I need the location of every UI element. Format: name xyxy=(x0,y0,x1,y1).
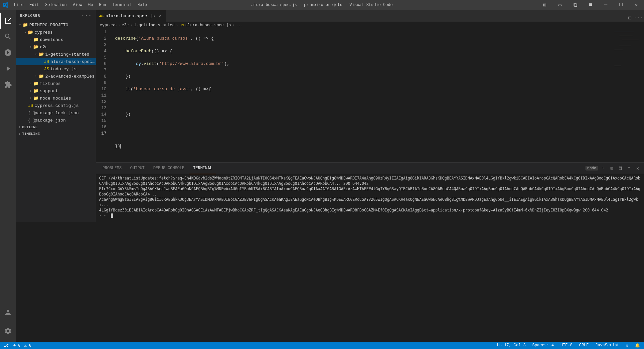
maximize-button[interactable]: □ xyxy=(613,0,629,10)
statusbar-errors[interactable]: ⊗ 0 ⚠ 0 xyxy=(12,343,33,348)
json-icon: { } xyxy=(28,118,33,123)
activity-extensions[interactable] xyxy=(0,77,16,93)
activity-search[interactable] xyxy=(0,29,16,45)
more-button[interactable]: ≡ xyxy=(583,0,598,10)
tree-todo-cy[interactable]: JS todo.cy.js xyxy=(16,65,96,73)
tree-cypress-config[interactable]: JS cypress.config.js xyxy=(16,102,96,109)
ln-16: 16 xyxy=(96,124,109,130)
minimize-button[interactable]: ─ xyxy=(598,0,613,10)
timeline-header[interactable]: › TIMELINE xyxy=(16,131,96,137)
breadcrumb-js-icon: JS xyxy=(180,23,184,27)
split-terminal-button[interactable]: ⊟ xyxy=(608,165,615,172)
panel: PROBLEMS OUTPUT DEBUG CONSOLE TERMINAL n… xyxy=(96,162,644,222)
tree-alura-busca-spec[interactable]: JS alura-busca-spec.js xyxy=(16,58,96,65)
activity-source-control[interactable] xyxy=(0,45,16,61)
statusbar-notifications[interactable]: 🔔 xyxy=(634,343,641,348)
chevron-support: › xyxy=(28,89,33,93)
breadcrumb-getting-started[interactable]: 1-getting-started xyxy=(134,23,174,28)
split-editor-button[interactable]: ⊞ xyxy=(626,14,633,22)
tree-root[interactable]: ▾ 📁 PRIMERO-PROJETO xyxy=(16,21,96,29)
outline-header[interactable]: › OUTLINE xyxy=(16,124,96,131)
timeline-label: TIMELINE xyxy=(22,132,40,136)
code-editor[interactable]: describe('Alura busca cursos', () => { b… xyxy=(112,29,613,162)
tree-e2e[interactable]: ▾ 📂 e2e xyxy=(16,43,96,51)
tree-fixtures[interactable]: › 📁 fixtures xyxy=(16,80,96,87)
add-terminal-button[interactable]: + xyxy=(599,165,607,172)
menu-selection[interactable]: Selection xyxy=(43,2,70,8)
editor-area: JS alura-busca-spec.js ✕ ⊞ ··· cypress ›… xyxy=(96,10,644,162)
menu-edit[interactable]: Edit xyxy=(27,2,42,8)
panel-tab-terminal[interactable]: TERMINAL xyxy=(189,163,216,174)
js-file-todo-icon: JS xyxy=(44,67,49,72)
statusbar-sync[interactable]: ⇅ xyxy=(625,343,630,348)
chevron-outline: › xyxy=(19,125,21,129)
statusbar-encoding[interactable]: UTF-8 xyxy=(559,343,574,348)
layout-button[interactable]: ⊞ xyxy=(537,0,552,10)
tree-downloads[interactable]: › 📁 downloads xyxy=(16,36,96,43)
code-container: 1 2 3 4 5 6 7 8 9 10 11 12 13 14 15 16 1 xyxy=(96,29,644,162)
panel-tab-debug-console[interactable]: DEBUG CONSOLE xyxy=(149,163,189,174)
panel-tab-problems[interactable]: PROBLEMS xyxy=(98,163,126,174)
menu-go[interactable]: Go xyxy=(85,2,95,8)
activity-accounts[interactable] xyxy=(0,304,16,320)
statusbar-ln-col[interactable]: Ln 17, Col 3 xyxy=(496,343,527,348)
tree-node-modules[interactable]: › 📁 node_modules xyxy=(16,95,96,102)
menu-run[interactable]: Run xyxy=(96,2,109,8)
getting-started-label: 1-getting-started xyxy=(45,52,96,57)
breadcrumb-cypress[interactable]: cypress xyxy=(100,23,116,28)
folder-getting-started-icon: 📂 xyxy=(39,52,44,57)
close-button[interactable]: ✕ xyxy=(629,0,644,10)
json-lock-icon: { } xyxy=(28,111,33,116)
toggle-sidebar-button[interactable]: ▭ xyxy=(552,0,567,10)
vertical-scrollbar[interactable] xyxy=(639,29,644,162)
ln-3: 3 xyxy=(96,42,109,48)
menu-terminal[interactable]: Terminal xyxy=(109,2,134,8)
panel-content[interactable]: GET /v4/threatListUpdates:fetch?$req=Ch4… xyxy=(96,174,644,222)
menu-help[interactable]: Help xyxy=(135,2,150,8)
ln-6: 6 xyxy=(96,61,109,67)
tree-support[interactable]: › 📁 support xyxy=(16,87,96,95)
panel-tab-output[interactable]: OUTPUT xyxy=(126,163,149,174)
statusbar-branch[interactable]: ⎇ xyxy=(3,343,10,348)
activity-run-debug[interactable] xyxy=(0,61,16,77)
line-numbers: 1 2 3 4 5 6 7 8 9 10 11 12 13 14 15 16 1 xyxy=(96,29,112,162)
tree-package[interactable]: { } package.json xyxy=(16,117,96,124)
tree-package-lock[interactable]: { } package-lock.json xyxy=(16,109,96,117)
support-label: support xyxy=(40,89,96,94)
breadcrumb: cypress › e2e › 1-getting-started › JS a… xyxy=(96,22,644,29)
activity-explorer[interactable] xyxy=(0,13,16,29)
breadcrumb-e2e[interactable]: e2e xyxy=(122,23,129,28)
ln-15: 15 xyxy=(96,118,109,124)
breadcrumb-filename[interactable]: alura-busca-spec.js xyxy=(185,23,231,28)
tree-cypress[interactable]: ▾ 📂 cypress xyxy=(16,29,96,36)
tab-js-icon: JS xyxy=(99,14,103,18)
statusbar: ⎇ ⊗ 0 ⚠ 0 Ln 17, Col 3 Spaces: 4 UTF-8 C… xyxy=(0,342,644,349)
explorer-menu[interactable]: ··· xyxy=(81,13,92,19)
activity-settings[interactable] xyxy=(0,323,16,339)
split-editor-button[interactable]: ⧉ xyxy=(567,0,583,10)
breadcrumb-ellipsis[interactable]: ... xyxy=(236,23,243,28)
close-panel-button[interactable]: ✕ xyxy=(634,165,641,172)
sep-4: › xyxy=(232,23,235,28)
statusbar-language[interactable]: JavaScript xyxy=(594,343,621,348)
tree-advanced[interactable]: › 📁 2-advanced-examples xyxy=(16,73,96,80)
folder-node-modules-icon: 📁 xyxy=(33,96,39,101)
ln-11: 11 xyxy=(96,92,109,99)
menu-view[interactable]: View xyxy=(70,2,85,8)
terminal-line-1: GET /v4/threatListUpdates:fetch?$req=Ch4… xyxy=(99,175,641,186)
more-tabs-button[interactable]: ··· xyxy=(635,14,642,22)
menu-file[interactable]: File xyxy=(11,2,26,8)
tree-getting-started[interactable]: ▾ 📂 1-getting-started xyxy=(16,51,96,58)
trash-terminal-button[interactable]: 🗑 xyxy=(617,165,624,172)
window-controls: ⊞ ▭ ⧉ ≡ ─ □ ✕ xyxy=(537,0,644,10)
tab-close-button[interactable]: ✕ xyxy=(157,13,163,19)
statusbar-line-ending[interactable]: CRLF xyxy=(578,343,590,348)
ln-17: 17 xyxy=(96,130,109,137)
node-badge: node xyxy=(585,166,598,171)
tab-alura-busca-spec[interactable]: JS alura-busca-spec.js ✕ xyxy=(96,10,166,22)
ln-10: 10 xyxy=(96,86,109,92)
maximize-panel-button[interactable]: ⌃ xyxy=(625,165,633,172)
sep-1: › xyxy=(118,23,120,28)
js-file-icon: JS xyxy=(44,59,49,64)
statusbar-spaces[interactable]: Spaces: 4 xyxy=(531,343,555,348)
